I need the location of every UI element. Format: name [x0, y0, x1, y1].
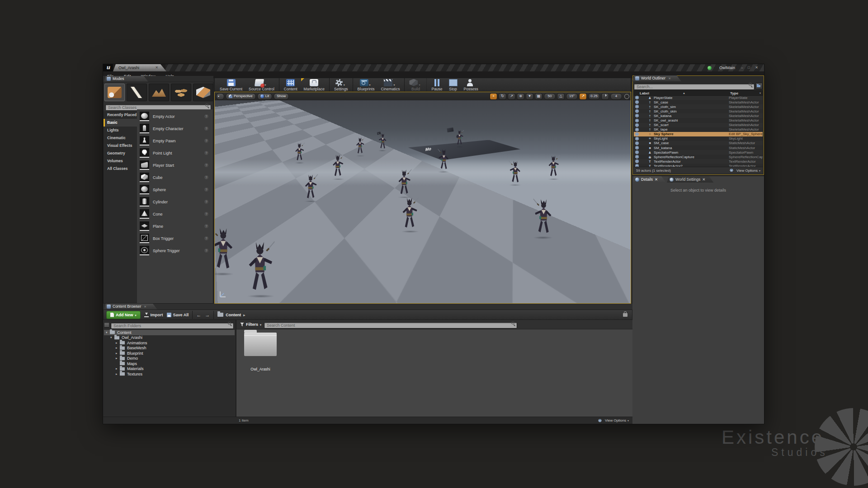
outliner-row[interactable]: SK_scarf SkeletalMeshActor	[634, 123, 763, 127]
expand-arrow-icon[interactable]	[106, 331, 109, 334]
expand-arrow-icon[interactable]	[110, 336, 114, 339]
camera-speed-button[interactable]	[601, 93, 609, 100]
visibility-eye-icon[interactable]	[635, 123, 639, 127]
visibility-eye-icon[interactable]	[635, 132, 639, 136]
placement-category[interactable]: All Classes	[104, 165, 137, 173]
folder-tree-row[interactable]: Maps	[104, 361, 235, 366]
placeable-item[interactable]: Point Light	[137, 147, 213, 159]
folder-tree-row[interactable]: Demo	[104, 356, 235, 361]
outliner-view-options[interactable]: View Options	[728, 169, 760, 173]
folder-tree-row[interactable]: Textures	[104, 371, 235, 377]
placeable-item[interactable]: Box Trigger	[137, 232, 213, 244]
outliner-row[interactable]: SK_tape SkeletalMeshActor	[634, 127, 763, 132]
placement-category[interactable]: Basic	[104, 119, 137, 127]
search-folders-input[interactable]	[111, 323, 234, 329]
placeable-item[interactable]: Sphere Trigger	[137, 244, 213, 257]
toolbar-button[interactable]: Blueprints	[354, 78, 378, 92]
outliner-row[interactable]: SphereReflectionCapture SphereReflection…	[634, 155, 763, 159]
visibility-eye-icon[interactable]	[635, 105, 639, 108]
rotation-snap-toggle[interactable]: △	[557, 93, 565, 100]
save-all-button[interactable]: Save All	[167, 313, 189, 317]
placeable-item[interactable]: Sphere	[137, 183, 213, 196]
outliner-row[interactable]: SK_cloth_skin SkeletalMeshActor	[634, 109, 763, 113]
placement-category[interactable]: Lights	[104, 127, 137, 134]
mode-button[interactable]	[193, 84, 213, 101]
documentation-icon[interactable]	[204, 249, 208, 253]
documentation-icon[interactable]	[204, 175, 208, 179]
folder-tree-row[interactable]: Content	[104, 330, 235, 335]
level-viewport[interactable]: Perspective Lit Show + ↻ ↗ ⊕ ▼ ▦ 50 △ 15…	[214, 92, 631, 304]
outliner-row[interactable]: Sky Sphere Edit BP_Sky_Sphere	[634, 132, 763, 136]
view-mode-button[interactable]: Lit	[257, 93, 272, 100]
folder-tree-row[interactable]: Materials	[104, 366, 235, 372]
documentation-icon[interactable]	[204, 224, 208, 228]
search-content-input[interactable]	[264, 322, 517, 328]
visibility-eye-icon[interactable]	[635, 150, 639, 154]
viewport-options-dropdown[interactable]	[216, 93, 224, 100]
mode-button[interactable]	[149, 84, 169, 101]
translate-tool-button[interactable]: +	[490, 93, 497, 100]
rotate-tool-button[interactable]: ↻	[499, 93, 506, 100]
path-breadcrumb[interactable]: Content	[217, 313, 245, 317]
expand-arrow-icon[interactable]	[116, 341, 119, 345]
toolbar-button[interactable]: Pause	[428, 78, 445, 92]
toolbar-button[interactable]: Build	[406, 78, 427, 92]
documentation-icon[interactable]	[204, 212, 208, 216]
scale-tool-button[interactable]: ↗	[508, 93, 515, 100]
placeable-item[interactable]: Cone	[137, 208, 213, 220]
lock-icon[interactable]	[623, 313, 627, 317]
details-tab-close-icon[interactable]	[655, 176, 658, 183]
grid-snap-value[interactable]: 50	[544, 93, 556, 100]
toolbar-button[interactable]: Stop	[446, 78, 461, 92]
modes-tab[interactable]: Modes	[104, 76, 148, 82]
folder-tree-row[interactable]: Blueprint	[104, 351, 235, 356]
mode-button[interactable]	[171, 84, 191, 101]
back-button[interactable]: ←	[196, 310, 201, 319]
world-coordinate-button[interactable]: ⊕	[517, 93, 524, 100]
maximize-button[interactable]: □	[746, 65, 752, 70]
folder-tree-row[interactable]: Animations	[104, 340, 235, 346]
world-outliner-tab[interactable]: World Outliner	[632, 75, 681, 81]
asset-tile[interactable]: Owl_Arashi	[241, 332, 280, 414]
outliner-row[interactable]: SK_cloth_sim SkeletalMeshActor	[634, 104, 763, 109]
documentation-icon[interactable]	[204, 114, 208, 118]
placeable-item[interactable]: Empty Character	[137, 122, 213, 135]
documentation-icon[interactable]	[204, 127, 208, 131]
grid-snap-toggle[interactable]: ▦	[535, 93, 542, 100]
toolbar-button[interactable]: Content	[281, 78, 301, 92]
toolbar-button[interactable]: Cinematics	[377, 78, 405, 92]
documentation-icon[interactable]	[204, 200, 208, 204]
maximize-viewport-button[interactable]	[624, 94, 629, 99]
placement-category[interactable]: Cinematic	[104, 134, 137, 142]
placeable-item[interactable]: Empty Pawn	[137, 135, 213, 147]
placeable-item[interactable]: Cube	[137, 171, 213, 183]
visibility-eye-icon[interactable]	[635, 114, 639, 117]
visibility-eye-icon[interactable]	[635, 141, 639, 145]
forward-button[interactable]: →	[205, 310, 210, 319]
placeable-item[interactable]: Cylinder	[137, 196, 213, 208]
toolbar-button[interactable]: Possess	[461, 78, 481, 92]
expand-arrow-icon[interactable]	[116, 367, 119, 371]
documentation-icon[interactable]	[204, 139, 208, 143]
expand-arrow-icon[interactable]	[116, 346, 119, 350]
perspective-button[interactable]: Perspective	[226, 93, 256, 100]
surface-snap-button[interactable]: ▼	[526, 93, 533, 100]
outliner-row[interactable]: SM_katana StaticMeshActor	[634, 145, 763, 150]
filters-button[interactable]: Filters	[240, 322, 261, 327]
placement-category[interactable]: Geometry	[104, 150, 137, 157]
visibility-eye-icon[interactable]	[635, 100, 639, 104]
documentation-icon[interactable]	[204, 151, 208, 155]
mode-button[interactable]	[127, 84, 147, 101]
content-browser-tab-close-icon[interactable]	[144, 304, 146, 310]
details-tab[interactable]: World Settings	[667, 176, 713, 183]
folder-tree-row[interactable]: Owl_Arashi	[104, 335, 235, 341]
details-tab-close-icon[interactable]	[702, 176, 705, 183]
folder-tree-row[interactable]: BaseMesh	[104, 346, 235, 351]
outliner-row[interactable]: SpectatorPawn SpectatorPawn	[634, 150, 763, 155]
import-button[interactable]: Import	[144, 313, 163, 317]
scale-snap-toggle[interactable]: ↗	[579, 93, 587, 100]
visibility-eye-icon[interactable]	[635, 119, 639, 122]
outliner-row[interactable]: TextRenderActor TextRenderActor	[634, 159, 763, 164]
outliner-search-input[interactable]	[634, 84, 755, 90]
placeable-item[interactable]: Empty Actor	[137, 110, 213, 122]
